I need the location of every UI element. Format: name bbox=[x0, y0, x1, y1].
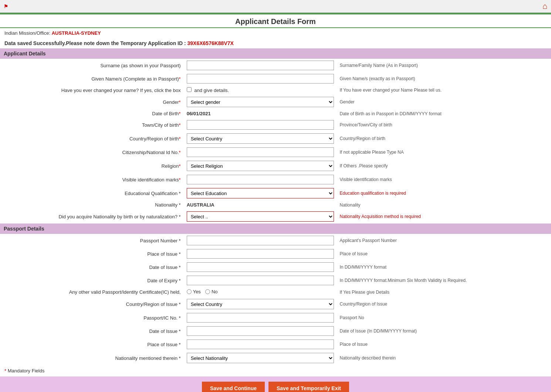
place-issue2-row: Place of Issue * Place of Issue bbox=[0, 338, 551, 351]
nat-acq-select[interactable]: Select .. By Birth By Naturalization bbox=[187, 211, 334, 222]
citizenship-input[interactable] bbox=[187, 147, 334, 157]
edu-select-cell: Select Education Graduate Post Graduate … bbox=[184, 186, 337, 200]
dob-label: Date of Birth* bbox=[0, 109, 184, 118]
save-continue-button[interactable]: Save and Continue bbox=[202, 382, 265, 392]
gender-row: Gender* Select gender Male Female Other … bbox=[0, 95, 551, 109]
passport-num-input[interactable] bbox=[187, 236, 334, 245]
town-input-cell bbox=[184, 118, 337, 132]
religion-select[interactable]: Select Religion Christianity Islam Hindu… bbox=[187, 161, 334, 171]
other-passport-row: Any other valid Passport/Identity Certif… bbox=[0, 287, 551, 297]
given-name-hint: Given Name/s (exactly as in Passport) bbox=[337, 72, 551, 85]
country-birth-hint: Country/Region of birth bbox=[337, 132, 551, 146]
passport-num-input-cell bbox=[184, 234, 337, 247]
country-birth-select[interactable]: Select Country Australia India United Ki… bbox=[187, 133, 334, 144]
nat-acq-label: Did you acquire Nationality by birth or … bbox=[0, 209, 184, 224]
yes-label: Yes bbox=[193, 289, 201, 294]
date-issue2-input-cell bbox=[184, 324, 337, 338]
edu-select[interactable]: Select Education Graduate Post Graduate … bbox=[187, 188, 334, 198]
date-issue-label: Date of Issue * bbox=[0, 260, 184, 274]
nationality-therein-label: Nationality mentioned therein * bbox=[0, 351, 184, 365]
town-row: Town/City of birth* Province/Town/City o… bbox=[0, 118, 551, 132]
dob-value-cell: 06/01/2021 bbox=[184, 109, 337, 118]
surname-hint: Surname/Family Name (As in Passport) bbox=[337, 59, 551, 72]
religion-row: Religion* Select Religion Christianity I… bbox=[0, 159, 551, 173]
nationality-therein-select-cell: Select Nationality Australian Indian bbox=[184, 351, 337, 365]
passport-ic-label: Passport/IC No. * bbox=[0, 311, 184, 324]
date-expiry-input-cell bbox=[184, 274, 337, 287]
mandatory-text: Mandatory Fields bbox=[8, 368, 45, 374]
place-issue-input[interactable] bbox=[187, 249, 334, 259]
other-passport-label: Any other valid Passport/Identity Certif… bbox=[0, 287, 184, 297]
vis-marks-row: Visible identification marks* Visible id… bbox=[0, 173, 551, 186]
other-passport-radio-group: Yes No bbox=[187, 289, 218, 294]
place-issue2-input-cell bbox=[184, 338, 337, 351]
no-label: No bbox=[212, 289, 218, 294]
name-changed-suffix: and give details. bbox=[194, 88, 229, 93]
name-changed-row: Have you ever changed your name? If yes,… bbox=[0, 85, 551, 95]
mission-bar: Indian Mission/Office: AUSTRALIA-SYDNEY bbox=[0, 28, 551, 38]
other-passport-radio-cell: Yes No bbox=[184, 287, 337, 297]
country-birth-row: Country/Region of birth* Select Country … bbox=[0, 132, 551, 146]
applicant-form-table: Surname (as shown in your Passport) Surn… bbox=[0, 59, 551, 224]
nationality-therein-row: Nationality mentioned therein * Select N… bbox=[0, 351, 551, 365]
mission-name: AUSTRALIA-SYDNEY bbox=[52, 30, 101, 36]
nat-acq-select-cell: Select .. By Birth By Naturalization bbox=[184, 209, 337, 224]
nationality-therein-select[interactable]: Select Nationality Australian Indian bbox=[187, 353, 334, 363]
town-input[interactable] bbox=[187, 120, 334, 130]
nationality-value: AUSTRALIA bbox=[187, 202, 214, 208]
date-expiry-label: Date of Expiry * bbox=[0, 274, 184, 287]
nationality-hint: Nationality bbox=[337, 200, 551, 209]
passport-ic-input[interactable] bbox=[187, 313, 334, 323]
dob-hint: Date of Birth as in Passport in DD/MM/YY… bbox=[337, 109, 551, 118]
passport-ic-row: Passport/IC No. * Passport No bbox=[0, 311, 551, 324]
place-issue2-input[interactable] bbox=[187, 340, 334, 349]
given-name-input[interactable] bbox=[187, 74, 334, 83]
country-issue-label: Country/Region of Issue * bbox=[0, 297, 184, 311]
town-hint: Province/Town/City of birth bbox=[337, 118, 551, 132]
no-radio[interactable] bbox=[205, 289, 210, 294]
footer-buttons: Save and Continue Save and Temporarily E… bbox=[0, 376, 551, 392]
place-issue-hint: Place of Issue bbox=[337, 247, 551, 260]
save-exit-button[interactable]: Save and Temporarily Exit bbox=[268, 382, 349, 392]
date-issue-input[interactable] bbox=[187, 262, 334, 272]
gender-select[interactable]: Select gender Male Female Other bbox=[187, 97, 334, 107]
applicant-section-header: Applicant Details bbox=[0, 48, 551, 59]
passport-ic-hint: Passport No bbox=[337, 311, 551, 324]
citizenship-hint: If not applicable Please Type NA bbox=[337, 146, 551, 159]
given-name-input-cell bbox=[184, 72, 337, 85]
name-changed-checkbox[interactable] bbox=[187, 87, 192, 92]
date-issue-row: Date of Issue * In DD/MM/YYYY format bbox=[0, 260, 551, 274]
place-issue2-hint: Place of Issue bbox=[337, 338, 551, 351]
success-msg: Data saved Successfully.Please note down… bbox=[4, 40, 186, 46]
nat-acq-row: Did you acquire Nationality by birth or … bbox=[0, 209, 551, 224]
country-issue-hint: Country/Region of Issue bbox=[337, 297, 551, 311]
gender-hint: Gender bbox=[337, 95, 551, 109]
citizenship-label: Citizenship/National Id No.* bbox=[0, 146, 184, 159]
place-issue2-label: Place of Issue * bbox=[0, 338, 184, 351]
logo: ⚑ bbox=[4, 4, 8, 9]
edu-label: Educational Qualification * bbox=[0, 186, 184, 200]
given-name-row: Given Name/s (Complete as in Passport)* … bbox=[0, 72, 551, 85]
success-bar: Data saved Successfully.Please note down… bbox=[0, 38, 551, 48]
yes-radio-label[interactable]: Yes bbox=[187, 289, 201, 294]
vis-marks-label: Visible identification marks* bbox=[0, 173, 184, 186]
country-issue-select[interactable]: Select Country Australia India bbox=[187, 299, 334, 309]
nationality-row: Nationality * AUSTRALIA Nationality bbox=[0, 200, 551, 209]
country-birth-select-cell: Select Country Australia India United Ki… bbox=[184, 132, 337, 146]
surname-input-cell bbox=[184, 59, 337, 72]
nav-right[interactable]: ⌂ bbox=[542, 1, 547, 11]
edu-row: Educational Qualification * Select Educa… bbox=[0, 186, 551, 200]
passport-num-hint: Applicant's Passport Number bbox=[337, 234, 551, 247]
vis-marks-input[interactable] bbox=[187, 175, 334, 184]
yes-radio[interactable] bbox=[187, 289, 192, 294]
surname-input[interactable] bbox=[187, 61, 334, 70]
date-issue-input-cell bbox=[184, 260, 337, 274]
date-issue2-input[interactable] bbox=[187, 326, 334, 336]
date-expiry-input[interactable] bbox=[187, 276, 334, 285]
place-issue-input-cell bbox=[184, 247, 337, 260]
mission-label: Indian Mission/Office: bbox=[4, 30, 50, 36]
country-issue-row: Country/Region of Issue * Select Country… bbox=[0, 297, 551, 311]
nationality-value-cell: AUSTRALIA bbox=[184, 200, 337, 209]
no-radio-label[interactable]: No bbox=[205, 289, 218, 294]
date-issue2-hint: Date of Issue (In DD/MM/YYYY format) bbox=[337, 324, 551, 338]
